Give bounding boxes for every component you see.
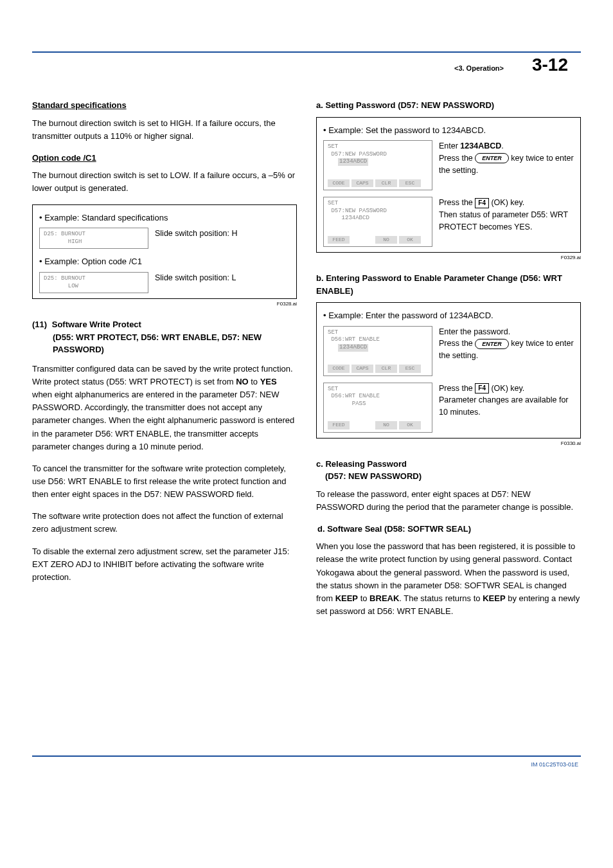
example2-title: • Example: Option code /C1 — [39, 255, 290, 268]
lcd-value: 1234ABCD — [338, 158, 368, 166]
lcd-line: D57:NEW PASSWORD — [328, 208, 428, 215]
f4-key-icon: F4 — [475, 198, 489, 208]
section-11-para-1: Transmitter configured data can be saved… — [32, 363, 297, 453]
heading-section-11: (11) Software Write Protect (D55: WRT PR… — [32, 318, 297, 356]
lcd-btn-blank — [351, 421, 373, 429]
example-box-burnout: • Example: Standard specifications D25: … — [32, 204, 297, 300]
lcd-btn: CODE — [328, 179, 350, 187]
section-11-para-3: The software write protection does not a… — [32, 510, 297, 536]
figure-id-2: F0329.ai — [316, 254, 581, 262]
lcd-line: D25: BURNOUT — [44, 231, 144, 239]
text: Then status of parameter D55: WRT PROTEC… — [439, 210, 568, 231]
enter-key-icon: ENTER — [475, 153, 509, 163]
lcd-btn: ESC — [399, 365, 421, 372]
lcd-btn: ESC — [399, 179, 421, 187]
lcd-btn: NO — [375, 236, 397, 244]
heading-a: a. Setting Password (D57: NEW PASSWORD) — [316, 99, 581, 112]
text: to — [249, 377, 260, 386]
text: Press the — [439, 198, 475, 207]
example-box-b: • Example: Enter the password of 1234ABC… — [316, 302, 581, 439]
text: when eight alphanumerics are entered in … — [32, 390, 294, 451]
left-column: Standard specifications The burnout dire… — [32, 99, 297, 627]
lcd-line: SET — [328, 329, 428, 337]
lcd-btn: FEED — [328, 236, 350, 244]
section-title-line2: (D55: WRT PROTECT, D56: WRT ENABLE, D57:… — [53, 331, 297, 356]
figure-id-3: F0330.ai — [316, 440, 581, 448]
text-bold: BREAK — [369, 593, 399, 603]
text: . The status returns to — [399, 593, 483, 603]
heading-b: b. Entering Password to Enable Parameter… — [316, 272, 581, 297]
example-a2-note: Press the F4 (OK) key. Then status of pa… — [439, 197, 574, 233]
lcd-btn: FEED — [328, 421, 350, 429]
lcd-line: SET — [328, 143, 428, 151]
section-11-para-2: To cancel the transmitter for the softwa… — [32, 462, 297, 501]
text: (OK) key. — [491, 198, 524, 207]
text-bold: 1234ABCD — [460, 141, 501, 150]
section-title-line1: Software Write Protect — [52, 320, 141, 329]
text: Parameter changes are available for 10 m… — [439, 395, 569, 417]
lcd-line: 1234ABCD — [328, 215, 428, 222]
para-d: When you lose the password that has been… — [316, 540, 581, 618]
text: c. Releasing Password — [316, 459, 407, 469]
para-option-code: The burnout direction switch is set to L… — [32, 169, 297, 195]
lcd-screen-b2: SET D56:WRT ENABLE PASS FEED NO OK — [323, 383, 432, 433]
lcd-line: D56:WRT ENABLE — [328, 393, 428, 401]
section-number: (11) — [32, 320, 47, 329]
lcd-line: PASS — [328, 401, 428, 408]
lcd-btn: CAPS — [351, 179, 373, 187]
lcd-line: SET — [328, 386, 428, 393]
lcd-btn-blank — [351, 236, 373, 244]
lcd-screen-b1: SET D56:WRT ENABLE 1234ABCD CODE CAPS CL… — [323, 326, 432, 376]
footer-doc-id: IM 01C25T03-01E — [32, 761, 581, 770]
lcd-screen-a2: SET D57:NEW PASSWORD 1234ABCD FEED NO OK — [323, 197, 432, 247]
lcd-btn: OK — [399, 421, 421, 429]
heading-option-code: Option code /C1 — [32, 152, 297, 165]
para-std-spec: The burnout direction switch is set to H… — [32, 117, 297, 143]
lcd-screen-burnout-high: D25: BURNOUT HIGH — [39, 228, 148, 249]
lcd-line: SET — [328, 200, 428, 208]
f4-key-icon: F4 — [475, 383, 489, 393]
lcd-btn: NO — [375, 421, 397, 429]
text: . — [501, 141, 503, 150]
lcd-btn: CLR — [375, 365, 397, 372]
example1-note: Slide switch position: H — [155, 228, 290, 240]
lcd-btn: CODE — [328, 365, 350, 372]
para-c: To release the password, enter eight spa… — [316, 488, 581, 514]
text-bold: YES — [260, 377, 277, 386]
example-b1-note: Enter the password. Press the ENTER key … — [439, 326, 574, 362]
example-b2-note: Press the F4 (OK) key. Parameter changes… — [439, 383, 574, 419]
heading-std-spec: Standard specifications — [32, 99, 297, 112]
example-a-title: • Example: Set the password to 1234ABCD. — [323, 124, 574, 137]
text: Press the — [439, 154, 475, 163]
lcd-btn: CAPS — [351, 365, 373, 372]
heading-d: d. Software Seal (D58: SOFTWR SEAL) — [317, 523, 581, 536]
section-11-para-4: To disable the external zero adjustment … — [32, 545, 297, 584]
header-rule — [32, 51, 581, 53]
enter-key-icon: ENTER — [475, 339, 509, 349]
text: to — [358, 593, 369, 603]
example-box-a: • Example: Set the password to 1234ABCD.… — [316, 117, 581, 253]
lcd-line: D56:WRT ENABLE — [328, 336, 428, 344]
text-bold: KEEP — [483, 593, 505, 603]
example-a1-note: Enter 1234ABCD. Press the ENTER key twic… — [439, 140, 574, 176]
lcd-btn: CLR — [375, 179, 397, 187]
text-bold: KEEP — [335, 593, 358, 603]
text: (D57: NEW PASSWORD) — [325, 470, 422, 483]
text: Enter the password. — [439, 327, 510, 336]
lcd-line: D25: BURNOUT — [44, 275, 144, 283]
example-b-title: • Example: Enter the password of 1234ABC… — [323, 309, 574, 322]
lcd-line: LOW — [44, 283, 144, 291]
text: (OK) key. — [491, 384, 524, 393]
text: Press the — [439, 384, 475, 393]
heading-c: c. Releasing Password (D57: NEW PASSWORD… — [316, 458, 581, 483]
page-number: 3-12 — [532, 51, 568, 78]
lcd-line: HIGH — [44, 239, 144, 246]
example1-title: • Example: Standard specifications — [39, 212, 290, 224]
example2-note: Slide switch position: L — [155, 272, 290, 284]
text: Press the — [439, 339, 475, 348]
figure-id-1: F0328.ai — [32, 300, 297, 308]
lcd-screen-burnout-low: D25: BURNOUT LOW — [39, 272, 148, 293]
text-bold: NO — [236, 377, 249, 386]
text: Enter — [439, 141, 460, 150]
lcd-line: D57:NEW PASSWORD — [328, 151, 428, 159]
